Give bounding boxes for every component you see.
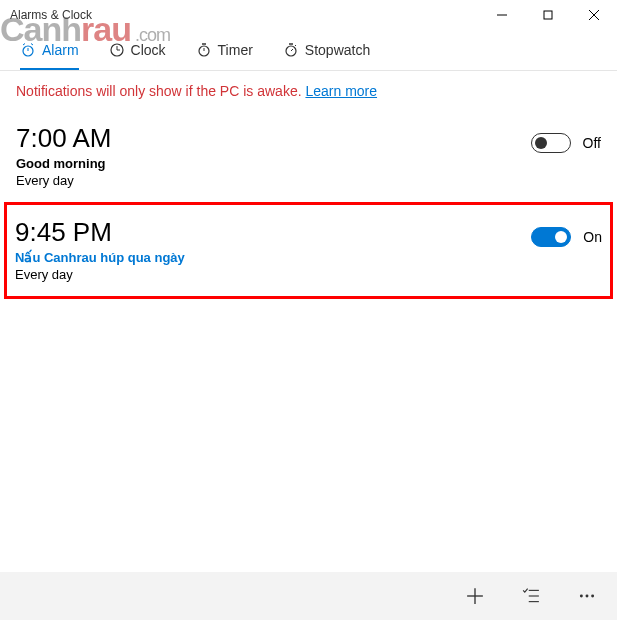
- timer-icon: [196, 42, 212, 58]
- alarm-time: 9:45 PM: [15, 217, 531, 248]
- tab-clock[interactable]: Clock: [109, 42, 166, 70]
- alarm-toggle-group: On: [531, 227, 602, 247]
- tab-stopwatch-label: Stopwatch: [305, 42, 370, 58]
- alarm-repeat: Every day: [16, 173, 531, 188]
- alarm-info: 9:45 PM Nấu Canhrau húp qua ngày Every d…: [15, 217, 531, 282]
- tab-timer-label: Timer: [218, 42, 253, 58]
- svg-line-6: [23, 44, 25, 46]
- select-alarms-button[interactable]: [521, 586, 541, 606]
- maximize-button[interactable]: [525, 0, 571, 30]
- alarm-name: Good morning: [16, 156, 531, 171]
- clock-icon: [109, 42, 125, 58]
- window-title: Alarms & Clock: [10, 8, 92, 22]
- svg-point-24: [586, 595, 589, 598]
- alarm-list: 7:00 AM Good morning Every day Off 9:45 …: [0, 111, 617, 299]
- notice-text: Notifications will only show if the PC i…: [16, 83, 305, 99]
- svg-line-15: [291, 49, 293, 51]
- alarm-toggle-group: Off: [531, 133, 601, 153]
- alarm-info: 7:00 AM Good morning Every day: [16, 123, 531, 188]
- tab-stopwatch[interactable]: Stopwatch: [283, 42, 370, 70]
- notification-notice: Notifications will only show if the PC i…: [0, 71, 617, 111]
- command-bar: [0, 572, 617, 620]
- alarm-icon: [20, 42, 36, 58]
- learn-more-link[interactable]: Learn more: [305, 83, 377, 99]
- svg-line-7: [31, 44, 33, 46]
- add-alarm-button[interactable]: [465, 586, 485, 606]
- close-button[interactable]: [571, 0, 617, 30]
- titlebar: Alarms & Clock: [0, 0, 617, 30]
- tab-timer[interactable]: Timer: [196, 42, 253, 70]
- alarm-repeat: Every day: [15, 267, 531, 282]
- tab-alarm[interactable]: Alarm: [20, 42, 79, 70]
- alarm-name: Nấu Canhrau húp qua ngày: [15, 250, 531, 265]
- alarm-toggle-label: Off: [583, 135, 601, 151]
- alarm-item[interactable]: 9:45 PM Nấu Canhrau húp qua ngày Every d…: [4, 202, 613, 299]
- alarm-time: 7:00 AM: [16, 123, 531, 154]
- tab-bar: Alarm Clock Timer Stopwatch: [0, 30, 617, 71]
- more-button[interactable]: [577, 586, 597, 606]
- alarm-toggle[interactable]: [531, 133, 571, 153]
- svg-rect-1: [544, 11, 552, 19]
- svg-point-25: [591, 595, 594, 598]
- stopwatch-icon: [283, 42, 299, 58]
- alarm-item[interactable]: 7:00 AM Good morning Every day Off: [12, 111, 605, 202]
- window-controls: [479, 0, 617, 30]
- svg-point-23: [580, 595, 583, 598]
- svg-line-17: [295, 45, 296, 46]
- tab-clock-label: Clock: [131, 42, 166, 58]
- alarm-toggle-label: On: [583, 229, 602, 245]
- minimize-button[interactable]: [479, 0, 525, 30]
- alarm-toggle[interactable]: [531, 227, 571, 247]
- tab-alarm-label: Alarm: [42, 42, 79, 58]
